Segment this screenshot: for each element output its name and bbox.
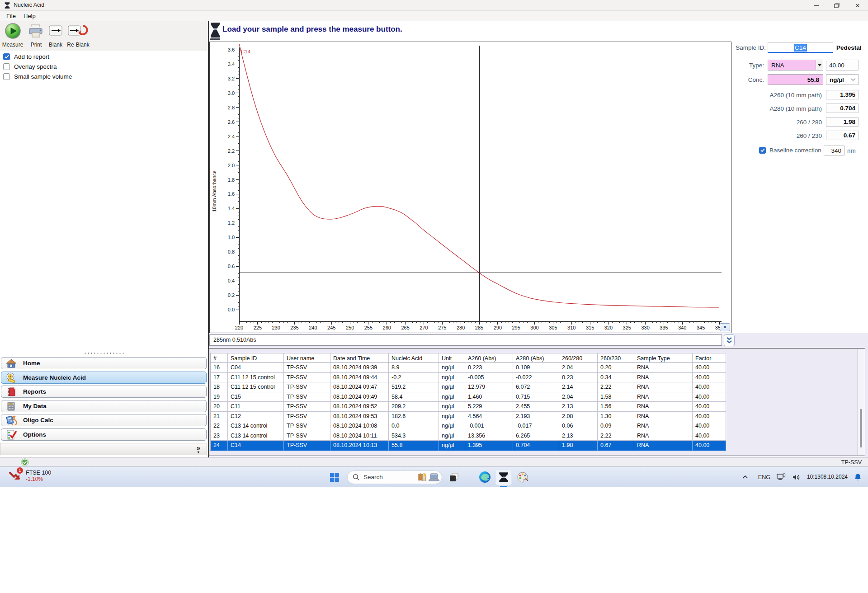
table-row[interactable]: 22C13 14 controlTP-SSV08.10.2024 10:080.… [210,421,726,431]
table-cell: 182.6 [389,412,439,422]
baseline-checkbox[interactable] [759,147,766,154]
menu-file[interactable]: File [6,13,16,19]
search-input[interactable]: Search [347,471,442,484]
table-cell: ng/µl [439,431,465,441]
sidebar-item-reports[interactable]: Reports [1,386,207,398]
svg-text:225: 225 [254,325,262,330]
sidebar-item-home[interactable]: Home [1,357,207,369]
search-icon [353,474,360,481]
table-row[interactable]: 17C11 12 15 controlTP-SSV08.10.2024 09:4… [210,373,726,383]
column-header[interactable]: Factor [693,353,726,363]
unit-dropdown[interactable]: ng/µl [826,74,859,85]
table-cell: C12 [228,412,284,422]
nucleic-acid-app-button[interactable] [495,469,512,485]
cursor-readout[interactable]: 285nm 0.510Abs [209,334,722,346]
table-row[interactable]: 16C04TP-SSV08.10.2024 09:398.9ng/µl0.223… [210,363,726,373]
svg-text:315: 315 [586,325,594,330]
table-cell: 08.10.2024 09:39 [330,363,389,373]
table-cell: C11 12 15 control [228,373,284,383]
table-cell: 21 [210,412,228,422]
checkbox-small-sample-volume[interactable]: Small sample volume [3,72,72,80]
factor-field[interactable]: 40.00 [826,60,859,71]
table-scrollbar-thumb[interactable] [860,409,862,447]
tray-expand-button[interactable] [742,475,748,479]
table-row[interactable]: 20C11TP-SSV08.10.2024 09:52209.2ng/µl5.2… [210,402,726,412]
column-header[interactable]: 260/280 [559,353,598,363]
search-highlight-thumbnail[interactable] [418,473,439,482]
sidebar-item-options[interactable]: Options [1,428,207,441]
column-header[interactable]: 260/230 [598,353,634,363]
type-dropdown[interactable]: RNA [768,60,823,71]
sidebar-item-my-data[interactable]: My Data [1,400,207,412]
table-row[interactable]: 18C11 12 15 controlTP-SSV08.10.2024 09:4… [210,382,726,392]
minimize-button[interactable] [806,0,826,11]
clock[interactable]: 10:13 08.10.2024 [807,474,848,480]
start-button[interactable] [326,469,343,485]
table-cell: RNA [634,421,693,431]
sidebar-item-oligo-calc[interactable]: Oligo Calc [1,414,207,426]
column-header[interactable]: Date and Time [330,353,389,363]
table-cell: 5.229 [465,402,513,412]
checkbox-add-to-report[interactable]: Add to report [3,52,49,61]
sample-id-input[interactable]: C14 [768,42,833,53]
table-cell: -0.001 [465,421,513,431]
svg-text:10mm Absorbance: 10mm Absorbance [212,170,217,212]
measure-play-icon [5,23,21,39]
svg-text:3.4: 3.4 [228,61,235,67]
search-placeholder: Search [363,474,418,480]
table-cell: TP-SSV [284,421,330,431]
taskbar-widget[interactable]: 1 FTSE 100 -1.10% [8,469,51,483]
table-cell: C11 [228,402,284,412]
notification-bell-icon[interactable] [854,473,862,481]
table-row[interactable]: 24C14TP-SSV08.10.2024 10:1355.8ng/µl1.39… [210,441,726,451]
column-header[interactable]: A260 (Abs) [465,353,513,363]
measure-button[interactable]: Measure [2,23,24,48]
edge-browser-button[interactable] [476,469,493,485]
checkbox-overlay-spectra[interactable]: Overlay spectra [3,62,57,71]
column-header[interactable]: A280 (Abs) [513,353,559,363]
table-scrollbar[interactable] [857,349,864,455]
concentration-field[interactable]: 55.8 [768,74,823,85]
close-button[interactable]: ✕ [847,0,868,11]
left-panel: Measure Print Blank [0,21,208,457]
tray-time: 10:13 [807,474,821,480]
baseline-label: Baseline correction [769,147,821,154]
results-table-header: #Sample IDUser nameDate and TimeNucleic … [210,353,726,363]
language-indicator[interactable]: ENG [758,474,770,480]
reblank-button[interactable]: Re-Blank [66,23,90,48]
svg-text:280: 280 [457,325,465,330]
volume-icon[interactable] [792,474,801,481]
table-cell: 1.58 [598,392,634,402]
column-header[interactable]: Sample ID [228,353,284,363]
menu-help[interactable]: Help [24,13,36,19]
expand-menu-button[interactable]: »▾ [197,444,200,453]
svg-text:245: 245 [327,325,335,330]
app-status-bar: TP-SSV [0,457,868,467]
blank-button[interactable]: Blank [47,23,64,48]
restore-button[interactable] [826,0,847,11]
svg-text:230: 230 [272,325,280,330]
column-header[interactable]: Nucleic Acid [389,353,439,363]
widget-badge: 1 [17,467,23,474]
expand-readout-button[interactable] [724,334,735,346]
sidebar-item-measure-nucleic-acid[interactable]: Measure Nucleic Acid [1,372,207,384]
table-row[interactable]: 21C12TP-SSV08.10.2024 09:53182.6ng/µl4.5… [210,412,726,422]
table-cell: ng/µl [439,373,465,383]
column-header[interactable]: # [210,353,228,363]
tray-date: 08.10.2024 [821,474,848,480]
table-row[interactable]: 19C15TP-SSV08.10.2024 09:4958.4ng/µl1.46… [210,392,726,402]
table-row[interactable]: 23C13 14 controlTP-SSV08.10.2024 10:1153… [210,431,726,441]
baseline-wavelength-field[interactable]: 340 [824,146,844,155]
paint-app-button[interactable] [514,469,531,485]
absorbance-chart[interactable]: 2202252302352402452502552602652702752802… [210,42,731,333]
column-header[interactable]: Unit [439,353,465,363]
print-button[interactable]: Print [26,23,46,48]
network-icon[interactable] [777,473,786,481]
column-header[interactable]: Sample Type [634,353,693,363]
splitter-handle[interactable] [84,352,124,354]
task-view-button[interactable] [446,469,462,485]
table-cell: RNA [634,373,693,383]
column-header[interactable]: User name [284,353,330,363]
collapse-chart-button[interactable]: « [720,323,730,331]
dropdown-arrow-icon [816,60,823,70]
